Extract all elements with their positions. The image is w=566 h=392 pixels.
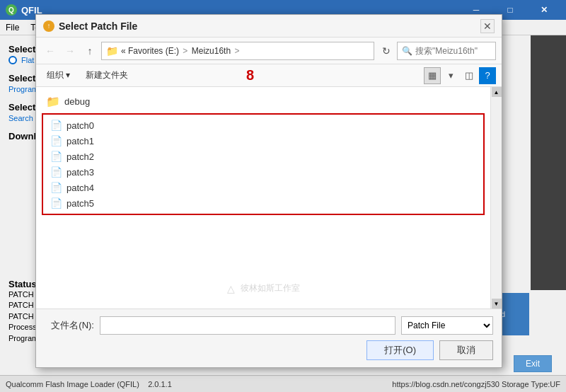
- new-folder-button[interactable]: 新建文件夹: [81, 67, 133, 83]
- address-folder-icon: 📁: [106, 45, 118, 57]
- view-buttons: ▦ ▾ ◫ ?: [424, 67, 496, 84]
- scrollbar[interactable]: ▲ ▼: [490, 87, 502, 309]
- file-icon: 📄: [50, 182, 62, 193]
- footer-url: https://blog.csdn.net/congzj530 Storage …: [392, 380, 560, 388]
- cancel-button[interactable]: 取消: [439, 340, 493, 360]
- nav-up-button[interactable]: ↑: [81, 42, 98, 59]
- filename-row: 文件名(N): Patch File All Files (*.*): [45, 316, 493, 335]
- exit-button[interactable]: Exit: [514, 355, 552, 372]
- dialog-navbar: ← → ↑ 📁 « Favorites (E:) > Meizu16th > ↻…: [36, 38, 502, 64]
- refresh-button[interactable]: ↻: [379, 43, 394, 59]
- file-icon: 📄: [50, 166, 62, 178]
- dialog-buttons: 打开(O) 取消: [45, 340, 493, 360]
- view-btn-separator: ▾: [442, 67, 459, 84]
- organize-button[interactable]: 组织 ▾: [42, 67, 75, 83]
- right-panel: [531, 35, 566, 290]
- dialog-content: 📁 debug 📄 patch0 📄 patch1 📄 patch2: [36, 87, 502, 309]
- list-item[interactable]: 📄 patch1: [46, 133, 480, 149]
- nav-forward-button[interactable]: →: [62, 42, 79, 59]
- list-item[interactable]: 📄 patch0: [46, 117, 480, 133]
- menu-file[interactable]: File: [0, 21, 25, 34]
- view-help-button[interactable]: ?: [479, 67, 496, 84]
- folder-icon: 📁: [46, 95, 60, 108]
- address-bar[interactable]: 📁 « Favorites (E:) > Meizu16th >: [101, 42, 374, 60]
- search-input[interactable]: [415, 46, 486, 56]
- dialog-bottom: 文件名(N): Patch File All Files (*.*) 打开(O)…: [36, 309, 502, 367]
- view-panel-button[interactable]: ◫: [461, 67, 478, 84]
- radio-flat[interactable]: [8, 56, 17, 64]
- file-area[interactable]: 📁 debug 📄 patch0 📄 patch1 📄 patch2: [36, 87, 490, 309]
- file-icon: 📄: [50, 197, 62, 209]
- filetype-select[interactable]: Patch File All Files (*.*): [401, 316, 493, 335]
- filename-input[interactable]: [100, 316, 395, 335]
- dialog-toolbar: 组织 ▾ 新建文件夹 8 ▦ ▾ ◫ ?: [36, 64, 502, 87]
- dialog-title: Select Patch File: [59, 21, 137, 32]
- dialog-app-icon: ↑: [43, 21, 54, 32]
- footer-app-name: Qualcomm Flash Image Loader (QFIL) 2.0.1…: [6, 380, 172, 388]
- filename-label: 文件名(N):: [45, 319, 94, 332]
- file-icon: 📄: [50, 120, 62, 131]
- file-dialog: ↑ Select Patch File ✕ ← → ↑ 📁 « Favorite…: [35, 14, 502, 368]
- watermark-left: △ 彼林如斯工作室: [227, 282, 300, 294]
- qfil-app-icon: Q: [6, 4, 17, 16]
- file-list-group: 📄 patch0 📄 patch1 📄 patch2 📄 patch3 📄: [42, 113, 485, 215]
- file-count: 8: [246, 67, 254, 83]
- dialog-titlebar: ↑ Select Patch File ✕: [36, 15, 502, 38]
- list-item[interactable]: 📄 patch4: [46, 180, 480, 195]
- search-icon: 🔍: [402, 46, 412, 56]
- file-icon: 📄: [50, 135, 62, 146]
- list-item[interactable]: 📄 patch2: [46, 149, 480, 164]
- scroll-up-button[interactable]: ▲: [492, 87, 502, 97]
- scroll-down-button[interactable]: ▼: [492, 299, 502, 309]
- file-icon: 📄: [50, 151, 62, 162]
- app-footer: Qualcomm Flash Image Loader (QFIL) 2.0.1…: [0, 375, 566, 392]
- list-item[interactable]: 📄 patch5: [46, 195, 480, 211]
- folder-debug[interactable]: 📁 debug: [42, 93, 485, 110]
- search-box[interactable]: 🔍: [397, 42, 496, 60]
- view-list-button[interactable]: ▦: [424, 67, 441, 84]
- open-button[interactable]: 打开(O): [366, 340, 434, 360]
- breadcrumb: « Favorites (E:) > Meizu16th >: [121, 46, 239, 56]
- list-item[interactable]: 📄 patch3: [46, 164, 480, 180]
- close-button[interactable]: ✕: [528, 0, 560, 20]
- dialog-close-button[interactable]: ✕: [480, 19, 495, 33]
- nav-back-button[interactable]: ←: [42, 42, 59, 59]
